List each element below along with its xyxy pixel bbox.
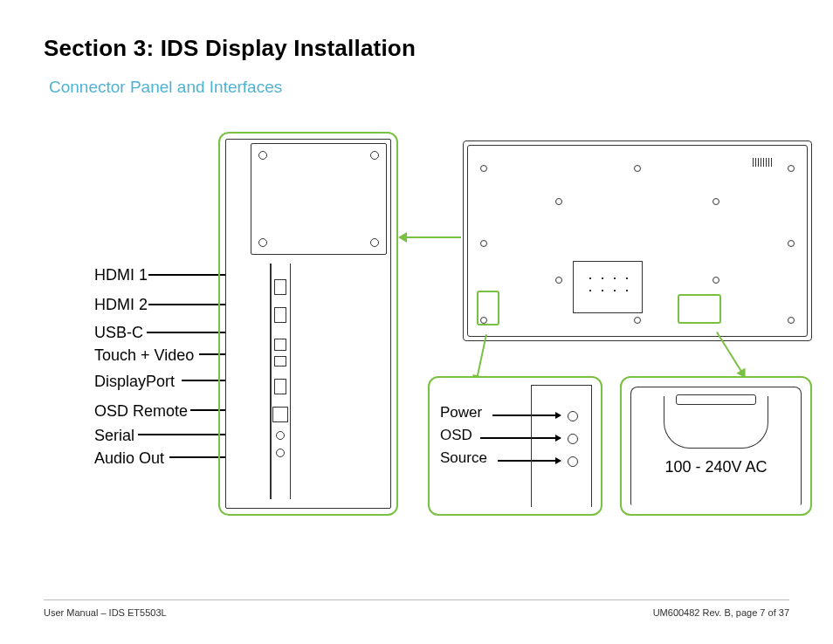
footer-left: User Manual – IDS ET5503L	[44, 607, 167, 618]
page-footer: User Manual – IDS ET5503L UM600482 Rev. …	[44, 599, 789, 618]
section-subheading: Connector Panel and Interfaces	[49, 78, 789, 97]
connector-panel-closeup	[218, 132, 398, 516]
section-heading: Section 3: IDS Display Installation	[44, 35, 789, 62]
label-displayport: DisplayPort	[94, 371, 194, 392]
footer-right: UM600482 Rev. B, page 7 of 37	[653, 607, 789, 618]
label-touchvideo: Touch + Video	[94, 345, 194, 366]
label-source-btn: Source	[440, 449, 487, 472]
osd-button-panel: Power OSD Source	[428, 376, 602, 516]
label-power-rating: 100 - 240V AC	[622, 458, 810, 476]
label-audioout: Audio Out	[94, 448, 194, 469]
display-rear-view	[463, 140, 812, 341]
power-inlet-panel: 100 - 240V AC	[620, 376, 812, 516]
label-power-btn: Power	[440, 404, 487, 427]
diagram-area: HDMI 1 HDMI 2 USB-C Touch + Video Displa…	[44, 132, 789, 551]
connector-labels: HDMI 1 HDMI 2 USB-C Touch + Video Displa…	[94, 264, 194, 469]
label-osdremote: OSD Remote	[94, 401, 194, 421]
callout-arrow	[405, 236, 461, 238]
label-serial: Serial	[94, 425, 194, 446]
